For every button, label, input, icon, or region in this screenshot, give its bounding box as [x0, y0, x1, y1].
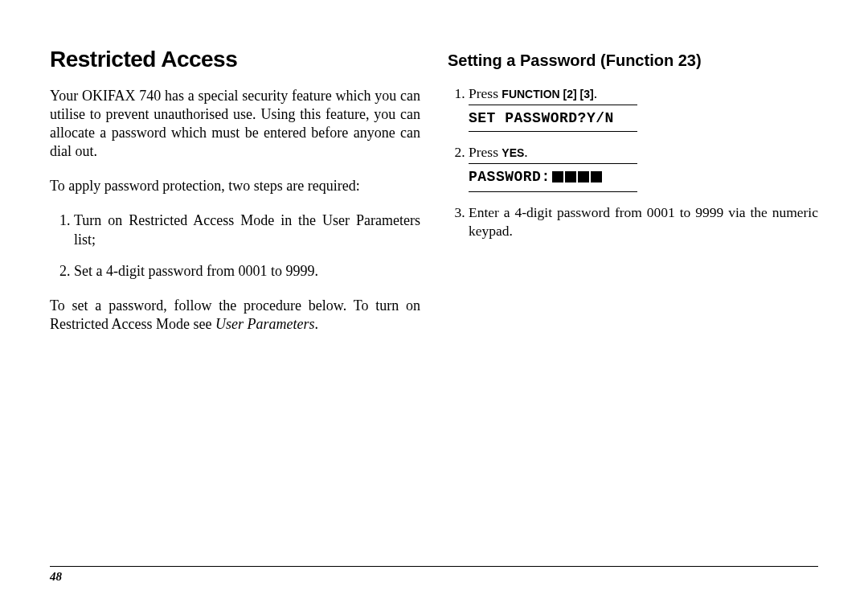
subsection-heading: Setting a Password (Function 23)	[448, 51, 818, 70]
display-label: PASSWORD:	[469, 169, 551, 185]
list-item: Press YES. PASSWORD:	[469, 143, 818, 192]
page-number: 48	[50, 570, 62, 583]
section-title: Restricted Access	[50, 47, 420, 72]
required-steps-list: Turn on Restricted Access Mode in the Us…	[50, 211, 420, 281]
block-icon	[552, 171, 563, 182]
step-text-pre: Press	[469, 85, 502, 101]
right-column: Setting a Password (Function 23) Press F…	[448, 47, 818, 561]
two-column-layout: Restricted Access Your OKIFAX 740 has a …	[50, 47, 818, 561]
page-footer: 48	[50, 566, 818, 584]
list-item: Enter a 4-digit password from 0001 to 99…	[469, 203, 818, 240]
manual-page: Restricted Access Your OKIFAX 740 has a …	[0, 0, 868, 611]
key-label: YES	[502, 146, 524, 159]
steps-lead-in: To apply password protection, two steps …	[50, 177, 420, 195]
lcd-display-text: SET PASSWORD?Y/N	[469, 105, 637, 132]
lcd-display-text: PASSWORD:	[469, 163, 637, 192]
block-icon	[591, 171, 602, 182]
outro-reference: User Parameters	[215, 316, 315, 332]
intro-paragraph: Your OKIFAX 740 has a special security f…	[50, 87, 420, 161]
block-icon	[565, 171, 576, 182]
list-item: Set a 4-digit password from 0001 to 9999…	[74, 262, 420, 281]
procedure-list: Press FUNCTION [2] [3]. SET PASSWORD?Y/N…	[448, 84, 818, 240]
list-item: Turn on Restricted Access Mode in the Us…	[74, 211, 420, 249]
block-icon	[578, 171, 589, 182]
step-text-pre: Press	[469, 144, 502, 160]
list-item: Press FUNCTION [2] [3]. SET PASSWORD?Y/N	[469, 84, 818, 132]
outro-paragraph: To set a password, follow the procedure …	[50, 297, 420, 334]
password-mask-icons	[551, 169, 602, 188]
lcd-display-block: SET PASSWORD?Y/N	[469, 105, 818, 132]
key-label: FUNCTION [2] [3]	[502, 88, 593, 100]
left-column: Restricted Access Your OKIFAX 740 has a …	[50, 47, 424, 561]
step-text-post: .	[594, 85, 597, 101]
lcd-display-block: PASSWORD:	[469, 163, 818, 192]
outro-text-post: .	[314, 316, 318, 332]
step-text-post: .	[524, 144, 527, 160]
